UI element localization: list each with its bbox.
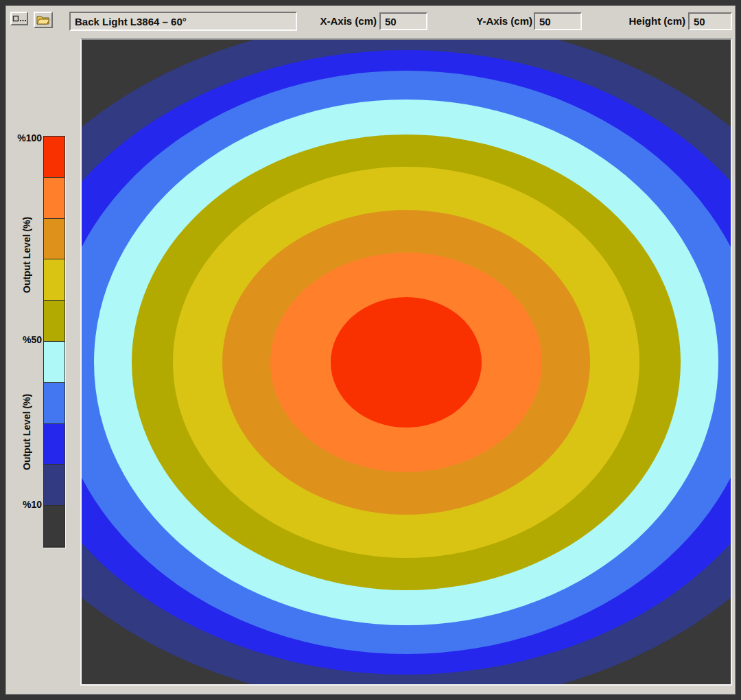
y-axis-label: Y-Axis (cm) [456, 15, 532, 27]
light-model-field[interactable]: Back Light L3864 – 60° [69, 12, 297, 31]
legend-swatch [44, 465, 64, 506]
distribution-plot [80, 38, 732, 686]
x-axis-value: 50 [385, 16, 397, 27]
legend-swatch [44, 383, 64, 424]
distribution-plot-svg [82, 40, 731, 684]
open-file-button[interactable] [34, 12, 53, 28]
legend-title-upper: Output Level (%) [21, 201, 32, 308]
app-window: Back Light L3864 – 60° X-Axis (cm) 50 Y-… [5, 5, 736, 695]
legend-swatch [44, 506, 64, 547]
connector-icon [12, 14, 26, 23]
legend-swatch [44, 178, 64, 219]
light-model-value: Back Light L3864 – 60° [75, 16, 187, 27]
legend-tick-10: %10 [12, 499, 42, 510]
y-axis-input[interactable]: 50 [534, 12, 582, 30]
x-axis-label: X-Axis (cm) [301, 15, 377, 27]
output-level-ring-100 [331, 297, 482, 428]
x-axis-input[interactable]: 50 [379, 12, 427, 30]
height-input[interactable]: 50 [688, 12, 732, 30]
legend-swatch [44, 424, 64, 465]
legend-swatches [43, 136, 65, 548]
legend-swatch [44, 301, 64, 342]
legend-tick-50: %50 [12, 334, 42, 345]
connector-button[interactable] [10, 12, 28, 25]
height-value: 50 [694, 16, 705, 27]
legend-swatch [44, 219, 64, 260]
legend-swatch [44, 342, 64, 383]
legend-title-lower: Output Level (%) [21, 377, 32, 487]
open-folder-icon [36, 14, 50, 25]
height-label: Height (cm) [605, 15, 685, 27]
legend-swatch [44, 137, 64, 178]
legend-swatch [44, 259, 64, 301]
legend-tick-100: %100 [12, 132, 42, 143]
y-axis-value: 50 [539, 16, 551, 27]
